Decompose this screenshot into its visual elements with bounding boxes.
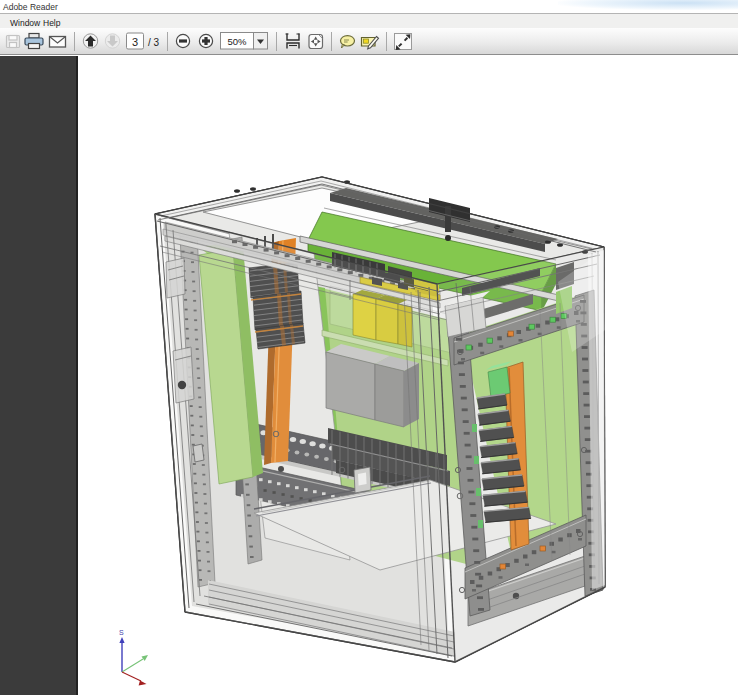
svg-text:S: S (119, 629, 124, 636)
